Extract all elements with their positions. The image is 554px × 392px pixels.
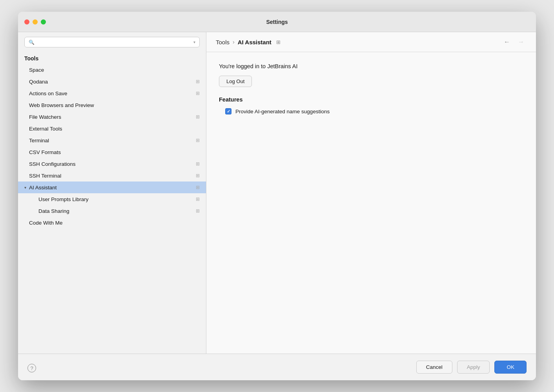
ai-name-suggestions-label: Provide AI-generated name suggestions	[235, 109, 330, 114]
sidebar-item-label: Terminal	[29, 138, 49, 143]
sidebar-item-data-sharing[interactable]: Data Sharing ⊞	[18, 205, 206, 217]
search-bar: 🔍 ▾	[18, 37, 206, 52]
sidebar-item-terminal[interactable]: Terminal ⊞	[18, 134, 206, 146]
bottom-bar-wrapper: Cancel Apply OK ?	[18, 354, 536, 380]
checkmark-icon: ✓	[227, 109, 230, 114]
grid-icon: ⊞	[196, 173, 200, 178]
sidebar-item-label: CSV Formats	[29, 149, 61, 155]
grid-icon: ⊞	[196, 185, 200, 190]
sidebar-item-label: Data Sharing	[38, 208, 69, 214]
sidebar-item-qodana[interactable]: Qodana ⊞	[18, 76, 206, 87]
cancel-button[interactable]: Cancel	[416, 361, 452, 374]
features-label: Features	[219, 96, 523, 103]
nav-arrows: ← →	[501, 38, 527, 46]
sidebar-item-label: Qodana	[29, 79, 48, 85]
breadcrumb-parent[interactable]: Tools	[216, 39, 230, 45]
search-icon: 🔍	[29, 40, 35, 45]
logged-in-text: You're logged in to JetBrains AI	[219, 63, 523, 69]
content-area: 🔍 ▾ Tools Space Qodana ⊞ Actions on Save…	[18, 32, 536, 354]
sidebar-item-external-tools[interactable]: External Tools	[18, 123, 206, 134]
sidebar-item-ai-assistant[interactable]: ▾ AI Assistant ⊞	[18, 181, 206, 193]
sidebar-item-csv-formats[interactable]: CSV Formats	[18, 146, 206, 158]
main-header: Tools › AI Assistant ⊞ ← →	[206, 32, 536, 52]
sidebar-item-label: File Watchers	[29, 114, 61, 120]
breadcrumb: Tools › AI Assistant ⊞	[216, 39, 498, 45]
title-bar: Settings	[18, 12, 536, 32]
close-button[interactable]	[24, 19, 29, 24]
sidebar-item-user-prompts-library[interactable]: User Prompts Library ⊞	[18, 193, 206, 205]
grid-icon: ⊞	[196, 138, 200, 143]
sidebar-item-ssh-configurations[interactable]: SSH Configurations ⊞	[18, 158, 206, 170]
sidebar-item-ssh-terminal[interactable]: SSH Terminal ⊞	[18, 170, 206, 181]
grid-icon: ⊞	[196, 79, 200, 84]
sidebar-item-label: Space	[29, 67, 44, 73]
maximize-button[interactable]	[41, 19, 46, 24]
main-panel: Tools › AI Assistant ⊞ ← → You're logged…	[206, 32, 536, 354]
search-dropdown-icon[interactable]: ▾	[193, 40, 195, 44]
breadcrumb-separator: ›	[233, 39, 235, 45]
sidebar-item-actions-on-save[interactable]: Actions on Save ⊞	[18, 87, 206, 99]
search-wrapper[interactable]: 🔍 ▾	[24, 37, 200, 47]
main-content: You're logged in to JetBrains AI Log Out…	[206, 52, 536, 354]
grid-icon: ⊞	[196, 91, 200, 96]
collapse-icon: ▾	[24, 185, 26, 190]
sidebar-item-space[interactable]: Space	[18, 64, 206, 76]
traffic-lights	[24, 19, 46, 24]
ok-button[interactable]: OK	[494, 361, 527, 374]
bottom-bar: Cancel Apply OK	[18, 354, 536, 380]
window-title: Settings	[266, 19, 288, 25]
sidebar: 🔍 ▾ Tools Space Qodana ⊞ Actions on Save…	[18, 32, 206, 354]
sidebar-item-label: AI Assistant	[29, 185, 57, 191]
nav-back-button[interactable]: ←	[501, 38, 512, 46]
sidebar-item-label: SSH Terminal	[29, 173, 61, 179]
breadcrumb-current: AI Assistant	[238, 39, 272, 45]
grid-icon: ⊞	[196, 161, 200, 167]
help-button[interactable]: ?	[27, 364, 36, 372]
settings-window: Settings 🔍 ▾ Tools Space Qodana ⊞	[18, 12, 536, 380]
sidebar-item-code-with-me[interactable]: Code With Me	[18, 217, 206, 229]
nav-forward-button[interactable]: →	[516, 38, 527, 46]
checkbox-row: ✓ Provide AI-generated name suggestions	[219, 108, 523, 114]
ai-name-suggestions-checkbox[interactable]: ✓	[225, 108, 231, 114]
log-out-button[interactable]: Log Out	[219, 76, 252, 87]
sidebar-item-label: Actions on Save	[29, 91, 67, 96]
grid-icon: ⊞	[196, 114, 200, 120]
sidebar-item-label: Web Browsers and Preview	[29, 102, 94, 108]
sidebar-section-tools: Tools	[18, 52, 206, 64]
apply-button[interactable]: Apply	[457, 361, 490, 374]
sidebar-item-web-browsers[interactable]: Web Browsers and Preview	[18, 99, 206, 111]
sidebar-item-label: Code With Me	[29, 220, 63, 226]
grid-icon: ⊞	[196, 196, 200, 202]
minimize-button[interactable]	[33, 19, 38, 24]
breadcrumb-grid-icon: ⊞	[276, 39, 281, 45]
sidebar-item-label: SSH Configurations	[29, 161, 76, 167]
search-input[interactable]	[37, 39, 191, 45]
grid-icon: ⊞	[196, 208, 200, 214]
sidebar-item-file-watchers[interactable]: File Watchers ⊞	[18, 111, 206, 123]
sidebar-item-label: External Tools	[29, 126, 62, 132]
sidebar-item-label: User Prompts Library	[38, 196, 89, 202]
